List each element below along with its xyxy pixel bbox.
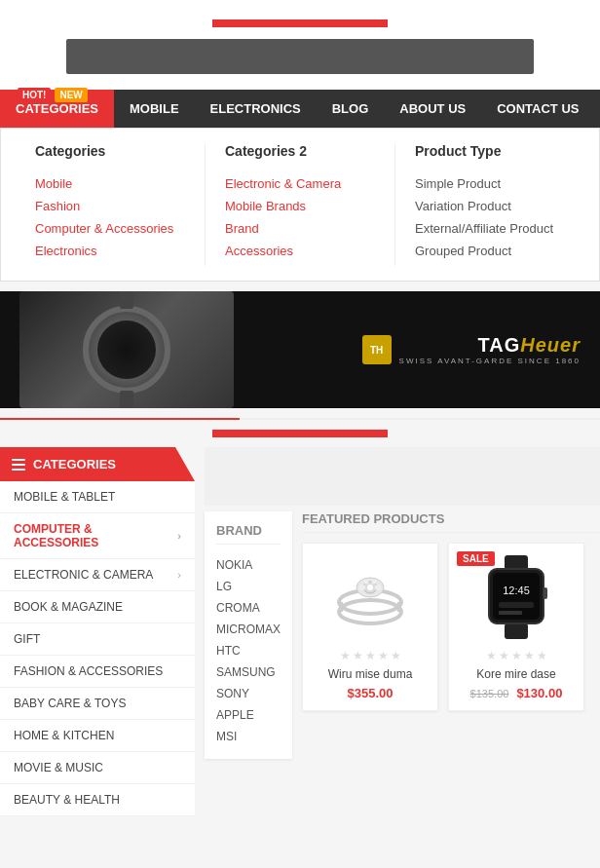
badge-new: NEW xyxy=(55,88,87,102)
brand-item-apple[interactable]: APPLE xyxy=(216,704,281,726)
svg-point-6 xyxy=(367,585,373,590)
sidebar-header: CATEGORIES xyxy=(0,447,195,481)
brand-sub: SWISS AVANT-GARDE SINCE 1860 xyxy=(399,357,581,365)
mega-col-categories: Categories Mobile Fashion Computer & Acc… xyxy=(16,143,206,266)
product-name-2: Kore mire dase xyxy=(459,667,574,681)
nav-item-about[interactable]: ABOUT US xyxy=(384,90,481,128)
svg-rect-17 xyxy=(499,611,522,615)
sidebar-item-beauty-health[interactable]: BEAUTY & HEALTH xyxy=(0,784,195,816)
banner-brand: TH TAGHeuer SWISS AVANT-GARDE SINCE 1860 xyxy=(362,334,581,365)
svg-point-9 xyxy=(364,580,369,585)
product-image-1 xyxy=(321,553,419,641)
product-image-2: 12:45 xyxy=(468,553,565,641)
chevron-right-icon: › xyxy=(177,569,181,581)
sidebar-item-computer[interactable]: COMPUTER & ACCESSORIES › xyxy=(0,513,195,559)
brand-section: BRAND NOKIA LG CROMA MICROMAX HTC SAMSUN… xyxy=(205,511,292,759)
nav-item-blog[interactable]: BLOG xyxy=(317,90,385,128)
logo-accent xyxy=(212,19,388,27)
nav-badges: HOT! NEW xyxy=(18,88,88,102)
mega-col-categories2: Categories 2 Electronic & Camera Mobile … xyxy=(206,143,395,266)
mega-link-variation[interactable]: Variation Product xyxy=(415,199,565,213)
badge-hot: HOT! xyxy=(18,88,51,102)
nav-item-mobile[interactable]: MOBILE xyxy=(114,90,195,128)
brand-item-htc[interactable]: HTC xyxy=(216,640,281,661)
product-badge-sale: SALE xyxy=(457,551,495,566)
mega-link-accessories[interactable]: Accessories xyxy=(225,244,375,258)
brand-item-lg[interactable]: LG xyxy=(216,576,281,597)
brand-item-msi[interactable]: MSI xyxy=(216,726,281,747)
chevron-right-icon: › xyxy=(177,530,181,542)
mega-link-simple[interactable]: Simple Product xyxy=(415,176,565,191)
mega-link-ecamera[interactable]: Electronic & Camera xyxy=(225,176,375,191)
brand-list: NOKIA LG CROMA MICROMAX HTC SAMSUNG SONY… xyxy=(216,554,281,747)
mega-col3-title: Product Type xyxy=(415,143,565,165)
brand-item-nokia[interactable]: NOKIA xyxy=(216,554,281,576)
product-price-1: $355.00 xyxy=(313,686,428,700)
product-card-2[interactable]: SALE xyxy=(448,543,584,711)
product-old-price-2: $135.00 xyxy=(470,688,509,699)
banner: TH TAGHeuer SWISS AVANT-GARDE SINCE 1860 xyxy=(0,291,600,408)
sidebar-item-baby-care[interactable]: BABY CARE & TOYS xyxy=(0,688,195,720)
nav-bar: CATEGORIES MOBILE ELECTRONICS BLOG ABOUT… xyxy=(0,90,600,128)
svg-rect-16 xyxy=(499,602,534,608)
svg-rect-12 xyxy=(505,623,528,639)
mega-link-electronics[interactable]: Electronics xyxy=(35,244,185,258)
right-inner: BRAND NOKIA LG CROMA MICROMAX HTC SAMSUN… xyxy=(205,511,600,769)
mega-menu: Categories Mobile Fashion Computer & Acc… xyxy=(0,128,600,282)
watch-circle xyxy=(83,306,170,394)
watch-display xyxy=(19,291,234,408)
watch-face xyxy=(97,321,156,379)
mega-link-grouped[interactable]: Grouped Product xyxy=(415,244,565,258)
mega-link-external[interactable]: External/Affiliate Product xyxy=(415,221,565,236)
mega-link-mobile[interactable]: Mobile xyxy=(35,176,185,191)
product-pricing-2: $135.00 $130.00 xyxy=(459,686,574,700)
featured-title: FEATURED PRODUCTS xyxy=(302,511,600,533)
brand-section-title: BRAND xyxy=(216,523,281,545)
product-stars-1: ★ ★ ★ ★ ★ xyxy=(313,649,428,662)
sidebar-item-movie-music[interactable]: MOVIE & MUSIC xyxy=(0,752,195,784)
main-content: CATEGORIES MOBILE & TABLET COMPUTER & AC… xyxy=(0,447,600,816)
product-stars-2: ★ ★ ★ ★ ★ xyxy=(459,649,574,662)
sub-category-panel xyxy=(205,447,600,506)
sidebar: CATEGORIES MOBILE & TABLET COMPUTER & AC… xyxy=(0,447,195,816)
brand-item-micromax[interactable]: MICROMAX xyxy=(216,619,281,640)
svg-text:12:45: 12:45 xyxy=(503,585,530,596)
svg-rect-2 xyxy=(339,602,343,612)
sidebar-item-fashion[interactable]: FASHION & ACCESSORIES xyxy=(0,656,195,688)
brand-item-sony[interactable]: SONY xyxy=(216,683,281,704)
mega-link-mobilebrands[interactable]: Mobile Brands xyxy=(225,199,375,213)
product-card-1[interactable]: ★ ★ ★ ★ ★ Wiru mise duma $355.00 xyxy=(302,543,438,711)
svg-rect-18 xyxy=(544,587,547,599)
svg-point-7 xyxy=(359,585,365,590)
search-bar-bg xyxy=(66,39,534,74)
nav-item-contact[interactable]: CONTACT US xyxy=(481,90,594,128)
mega-col-producttype: Product Type Simple Product Variation Pr… xyxy=(395,143,584,266)
section-divider xyxy=(0,418,600,420)
mega-link-computer[interactable]: Computer & Accessories xyxy=(35,221,185,236)
sidebar-item-mobile-tablet[interactable]: MOBILE & TABLET xyxy=(0,481,195,513)
section-accent xyxy=(212,430,388,437)
ring-svg xyxy=(326,558,414,636)
sidebar-item-gift[interactable]: GIFT xyxy=(0,623,195,656)
mega-link-brand[interactable]: Brand xyxy=(225,221,375,236)
products-grid: ★ ★ ★ ★ ★ Wiru mise duma $355.00 SALE xyxy=(302,543,600,711)
brand-item-croma[interactable]: CROMA xyxy=(216,597,281,619)
svg-point-10 xyxy=(372,580,377,585)
featured-section: FEATURED PRODUCTS xyxy=(302,511,600,769)
top-bar xyxy=(0,0,600,90)
sidebar-item-electronic-camera[interactable]: ELECTRONIC & CAMERA › xyxy=(0,559,195,591)
mega-col2-title: Categories 2 xyxy=(225,143,375,165)
nav-wrapper: HOT! NEW CATEGORIES MOBILE ELECTRONICS B… xyxy=(0,90,600,128)
brand-name: TAGHeuer xyxy=(399,334,581,357)
brand-item-samsung[interactable]: SAMSUNG xyxy=(216,661,281,683)
product-name-1: Wiru mise duma xyxy=(313,667,428,681)
menu-icon xyxy=(12,459,25,471)
sidebar-item-book-magazine[interactable]: BOOK & MAGAZINE xyxy=(0,591,195,623)
mega-col1-title: Categories xyxy=(35,143,185,165)
svg-point-8 xyxy=(375,585,381,590)
sidebar-item-home-kitchen[interactable]: HOME & KITCHEN xyxy=(0,720,195,752)
smartwatch-svg: 12:45 xyxy=(477,553,555,641)
nav-item-electronics[interactable]: ELECTRONICS xyxy=(195,90,317,128)
svg-rect-3 xyxy=(397,602,401,612)
mega-link-fashion[interactable]: Fashion xyxy=(35,199,185,213)
